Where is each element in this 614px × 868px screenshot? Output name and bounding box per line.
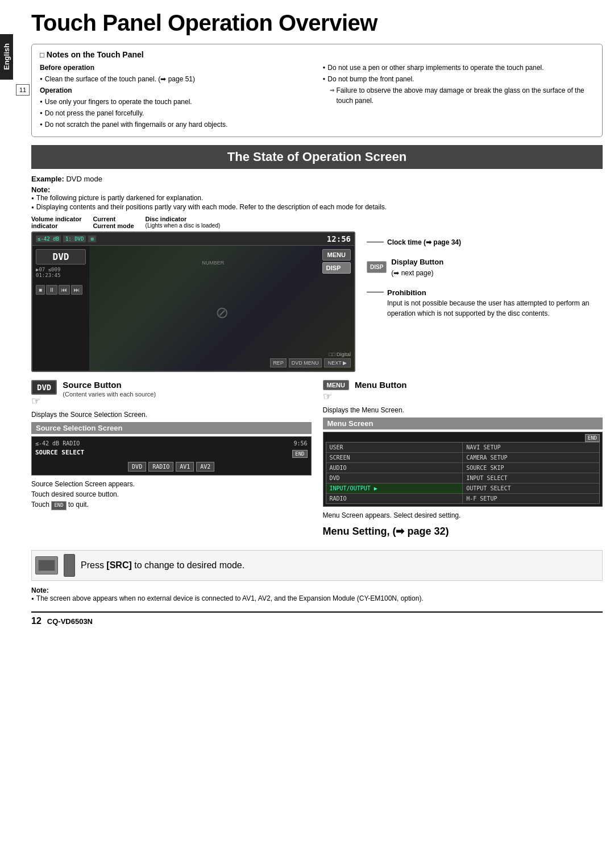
- op-bullet-3: Do not scratch the panel with fingernail…: [40, 119, 312, 130]
- source-btn-icon: DVD: [31, 380, 57, 395]
- menu-sub-screen: END USER NAVI SETUP SCREEN CAMERA SETUP …: [323, 432, 603, 507]
- display-button-note: (➡ next page): [391, 268, 443, 278]
- next-btn[interactable]: NEXT ▶: [324, 358, 351, 367]
- av1-source-btn[interactable]: AV1: [176, 462, 194, 472]
- menu-cell-output-select[interactable]: OUTPUT SELECT: [463, 483, 599, 493]
- source-badge: 1: DVD: [63, 235, 86, 242]
- top-controls: NUMBER MENU DISP: [93, 249, 351, 274]
- current-mode-top: Current: [93, 216, 134, 222]
- digital-badge: □□ Digital: [329, 352, 351, 357]
- source-end-btn[interactable]: END: [292, 450, 307, 458]
- bottom-note-title: Note:: [31, 586, 49, 594]
- number-label: NUMBER: [202, 260, 224, 266]
- rep-btn[interactable]: REP: [270, 358, 287, 367]
- radio-source-btn[interactable]: RADIO: [148, 462, 173, 472]
- press-src-row: Press [SRC] to change to desired mode.: [31, 550, 603, 581]
- source-finger-icon: ☞: [31, 395, 57, 407]
- notes-title: Notes on the Touch Panel: [40, 50, 594, 59]
- menu-end-btn[interactable]: END: [585, 434, 600, 442]
- prohibition-annotation: Prohibition Input is not possible becaus…: [367, 287, 603, 321]
- note-section: Note: The following picture is partly da…: [31, 185, 603, 211]
- menu-displays-text: Displays the Menu Screen.: [323, 406, 603, 414]
- bottom-note-text: The screen above appears when no externa…: [31, 594, 603, 602]
- dvd-menu-btn[interactable]: DVD MENU: [289, 358, 322, 367]
- operation-label: Operation: [40, 85, 312, 96]
- source-buttons-row: DVD RADIO AV1 AV2: [35, 462, 308, 472]
- menu-cell-navi[interactable]: NAVI SETUP: [463, 443, 599, 452]
- menu-setting-label: Menu Setting, (➡ page 32): [323, 525, 603, 538]
- source-button-title: Source Button: [63, 380, 156, 390]
- footer-model: CQ-VD6503N: [47, 617, 93, 626]
- volume-label-item: Volume indicator indicator: [31, 216, 81, 229]
- menu-finger-icon: ☞: [323, 390, 349, 403]
- dvd-source-btn[interactable]: DVD: [128, 462, 146, 472]
- disc-badge: ⊞: [88, 235, 96, 242]
- display-button-title: Display Button: [391, 257, 443, 268]
- stop-btn[interactable]: ■: [36, 285, 45, 295]
- source-btn-wrapper: DVD ☞: [31, 380, 57, 407]
- screen-annotations: Clock time (➡ page 34) DISP Display Butt…: [367, 232, 603, 321]
- clock-time-annotation: Clock time (➡ page 34): [367, 237, 603, 250]
- example-label: Example:: [31, 175, 64, 183]
- menu-cell-radio[interactable]: RADIO: [326, 494, 463, 503]
- menu-cell-user[interactable]: USER: [326, 443, 463, 452]
- av2-source-btn[interactable]: AV2: [196, 462, 214, 472]
- menu-cell-audio[interactable]: AUDIO: [326, 463, 463, 473]
- device-icon-right: [64, 554, 75, 577]
- disc-info: ▶07 ≤009 01:23:45: [36, 267, 86, 278]
- menu-btn-wrapper: MENU ☞: [323, 380, 349, 403]
- menu-cell-dvd[interactable]: DVD: [326, 473, 463, 483]
- appear-line-1: Source Selection Screen appears.: [31, 479, 312, 489]
- menu-appear-text: Menu Screen appears. Select desired sett…: [323, 510, 603, 520]
- disc-indicator-label-item: Disc indicator (Lights when a disc is lo…: [146, 216, 221, 229]
- prohibition-title: Prohibition: [387, 287, 603, 299]
- source-topbar: ≤-42 dB RADIO 9:56: [35, 440, 308, 447]
- dvd-logo: DVD: [36, 249, 86, 264]
- arrow-note: Failure to observe the above may damage …: [323, 85, 595, 106]
- disc-indicator-note: (Lights when a disc is loaded): [146, 222, 221, 229]
- example-value: DVD mode: [66, 175, 102, 183]
- appear-line-3: Touch END to quit.: [31, 499, 312, 510]
- volume-label-top: Volume indicator: [31, 216, 81, 222]
- bottom-controls: REP DVD MENU NEXT ▶: [270, 358, 351, 367]
- source-sub-screen: ≤-42 dB RADIO 9:56 SOURCE SELECT END DVD…: [31, 436, 312, 476]
- page-footer: 12 CQ-VD6503N: [31, 611, 603, 630]
- footer-number: 12: [31, 616, 42, 626]
- menu-button-title: Menu Button: [355, 380, 407, 390]
- prohibition-line: [367, 292, 384, 292]
- device-main: DVD ▶07 ≤009 01:23:45 ■ ⏸ ⏮ ⏭: [32, 246, 354, 371]
- right-bullet-1: Do not use a pen or other sharp implemen…: [323, 63, 595, 73]
- note-bullet-1: The following picture is partly darkened…: [31, 194, 603, 202]
- menu-button[interactable]: MENU: [322, 249, 351, 261]
- menu-cell-screen[interactable]: SCREEN: [326, 453, 463, 462]
- menu-header: MENU ☞ Menu Button: [323, 380, 603, 403]
- menu-cell-input-output[interactable]: INPUT/OUTPUT ▶: [326, 483, 463, 493]
- next-transport-btn[interactable]: ⏭: [71, 285, 82, 295]
- src-btn-label: [SRC]: [106, 560, 131, 570]
- bottom-note: Note: The screen above appears when no e…: [31, 586, 603, 602]
- press-src-text1: Press: [81, 560, 106, 570]
- menu-cell-hf-setup[interactable]: H-F SETUP: [463, 494, 599, 503]
- prev-btn[interactable]: ⏮: [59, 285, 70, 295]
- pause-btn[interactable]: ⏸: [46, 285, 57, 295]
- notes-box: Notes on the Touch Panel Before operatio…: [31, 44, 603, 137]
- bottom-right-area: □□ Digital REP DVD MENU NEXT ▶: [93, 352, 351, 367]
- page-number-box: 11: [16, 84, 30, 96]
- menu-btn-icon: MENU: [323, 380, 349, 390]
- disp-button[interactable]: DISP: [322, 262, 351, 274]
- clock-display: 12:56: [327, 234, 351, 243]
- overlay-controls: NUMBER MENU DISP ⊘ □□ Digital: [89, 246, 354, 371]
- source-appear-text: Source Selection Screen appears. Touch d…: [31, 479, 312, 510]
- menu-cell-camera[interactable]: CAMERA SETUP: [463, 453, 599, 462]
- menu-grid: USER NAVI SETUP SCREEN CAMERA SETUP AUDI…: [326, 442, 600, 504]
- menu-cell-input-select[interactable]: INPUT SELECT: [463, 473, 599, 483]
- menu-cell-source-skip[interactable]: SOURCE SKIP: [463, 463, 599, 473]
- center-prohibition: ⊘: [93, 303, 351, 322]
- source-button-note: (Content varies with each source): [63, 391, 156, 398]
- device-icon-small: [35, 556, 58, 574]
- press-src-text2: to change to desired mode.: [134, 560, 244, 570]
- device-left-panel: DVD ▶07 ≤009 01:23:45 ■ ⏸ ⏮ ⏭: [32, 246, 89, 371]
- current-mode-bottom: Current mode: [93, 222, 134, 229]
- right-bullet-2: Do not bump the front panel.: [323, 74, 595, 84]
- vol-indicator: ≤-42 dB: [36, 235, 61, 242]
